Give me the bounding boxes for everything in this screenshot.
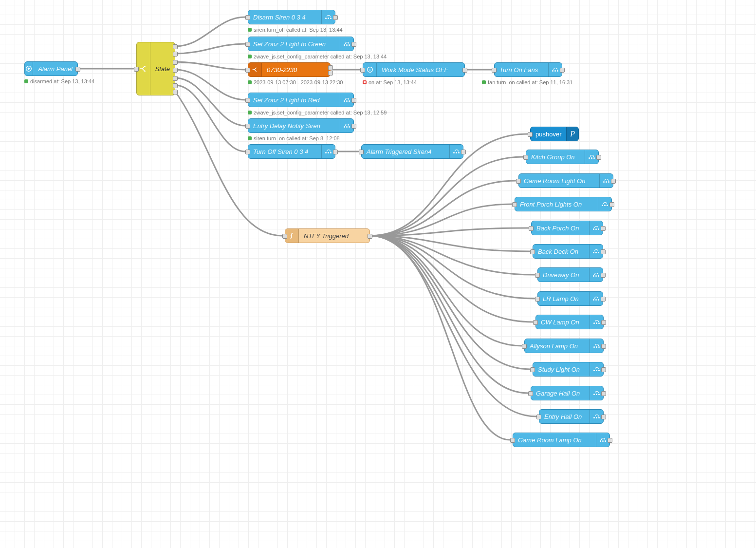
input-port[interactable]: [535, 297, 540, 302]
input-port[interactable]: [528, 391, 533, 396]
output-port[interactable]: [461, 150, 466, 154]
node-cw-lamp-on[interactable]: CW Lamp On: [535, 315, 604, 329]
node-turn-off-siren[interactable]: Turn Off Siren 0 3 4: [248, 144, 335, 159]
input-port[interactable]: [529, 226, 534, 231]
output-port[interactable]: [611, 179, 616, 184]
node-label: CW Lamp On: [536, 319, 590, 326]
node-study-light-on[interactable]: Study Light On: [533, 362, 604, 377]
input-port[interactable]: [533, 320, 538, 325]
node-label: Front Porch Lights On: [515, 201, 598, 208]
function-icon: [285, 229, 299, 243]
input-port[interactable]: [512, 202, 517, 207]
output-port[interactable]: [601, 320, 606, 325]
output-port[interactable]: [351, 98, 356, 103]
input-port[interactable]: [522, 344, 527, 349]
node-label: Allyson Lamp On: [525, 342, 590, 350]
node-kitch-group-on[interactable]: Kitch Group On: [526, 150, 599, 164]
input-port[interactable]: [245, 150, 250, 154]
output-port[interactable]: [75, 67, 80, 72]
node-garage-hall-on[interactable]: Garage Hall On: [531, 386, 604, 400]
output-port[interactable]: [173, 44, 178, 49]
input-port[interactable]: [245, 42, 250, 47]
node-disarm-siren[interactable]: Disarm Siren 0 3 4: [248, 10, 335, 24]
output-port[interactable]: [368, 234, 372, 239]
info-icon: [363, 63, 377, 76]
node-game-room-light-on[interactable]: Game Room Light On: [518, 173, 613, 188]
output-port[interactable]: [608, 438, 612, 443]
output-port[interactable]: [601, 344, 606, 349]
output-port[interactable]: [333, 15, 338, 20]
node-zooz-red[interactable]: Set Zooz 2 Light to Red: [248, 93, 354, 107]
node-pushover[interactable]: pushover P: [530, 127, 579, 141]
node-work-mode[interactable]: Work Mode Status OFF: [363, 62, 465, 77]
output-port[interactable]: [601, 391, 606, 396]
node-front-porch-lights-on[interactable]: Front Porch Lights On: [515, 197, 612, 211]
node-alarm-panel[interactable]: Alarm Panel: [24, 61, 78, 76]
output-port[interactable]: [333, 150, 338, 154]
node-label: Kitch Group On: [526, 153, 585, 161]
output-port[interactable]: [173, 76, 178, 81]
output-port[interactable]: [560, 68, 565, 73]
node-zooz-green[interactable]: Set Zooz 2 Light to Green: [248, 37, 354, 51]
input-port[interactable]: [523, 155, 528, 160]
output-port[interactable]: [328, 65, 333, 70]
status-dot-icon: [363, 80, 367, 84]
input-port[interactable]: [245, 15, 250, 20]
node-label: State: [150, 65, 175, 73]
node-label: Entry Delay Notify Siren: [248, 122, 340, 130]
output-port[interactable]: [601, 415, 606, 419]
output-port[interactable]: [173, 60, 178, 65]
node-entry-delay[interactable]: Entry Delay Notify Siren: [248, 118, 354, 133]
node-lr-lamp-on[interactable]: LR Lamp On: [537, 291, 603, 306]
node-entry-hall-on[interactable]: Entry Hall On: [539, 409, 604, 424]
input-port[interactable]: [245, 98, 250, 103]
output-port[interactable]: [173, 52, 178, 57]
node-label: Set Zooz 2 Light to Red: [248, 96, 340, 104]
node-ntfy-triggered[interactable]: NTFY Triggered: [285, 228, 370, 243]
output-port[interactable]: [173, 90, 178, 94]
output-port[interactable]: [596, 155, 601, 160]
status-time-range: 2023-09-13 07:30 - 2023-09-13 22:30: [248, 79, 343, 85]
input-port[interactable]: [536, 415, 541, 419]
input-port[interactable]: [492, 68, 497, 73]
input-port[interactable]: [528, 132, 533, 137]
output-port[interactable]: [173, 83, 178, 88]
output-port[interactable]: [351, 124, 356, 129]
input-port[interactable]: [245, 124, 250, 129]
output-port[interactable]: [601, 297, 606, 302]
node-back-porch-on[interactable]: Back Porch On: [531, 221, 603, 235]
node-allyson-lamp-on[interactable]: Allyson Lamp On: [524, 339, 604, 353]
output-port[interactable]: [609, 202, 614, 207]
node-label: Turn Off Siren 0 3 4: [248, 148, 321, 155]
node-label: pushover: [531, 131, 566, 138]
output-port[interactable]: [328, 71, 333, 76]
node-time-range[interactable]: 0730-2230: [248, 62, 331, 77]
input-port[interactable]: [535, 273, 540, 278]
output-port[interactable]: [601, 249, 606, 254]
input-port[interactable]: [516, 179, 521, 184]
status-zooz-red: zwave_js.set_config_parameter called at:…: [248, 110, 387, 115]
output-port[interactable]: [601, 367, 606, 372]
node-alarm-triggered-siren4[interactable]: Alarm Triggered Siren4: [361, 144, 463, 159]
input-port[interactable]: [282, 234, 287, 239]
output-port[interactable]: [351, 42, 356, 47]
input-port[interactable]: [360, 68, 365, 73]
output-port[interactable]: [601, 226, 606, 231]
node-driveway-on[interactable]: Driveway On: [537, 267, 603, 282]
input-port[interactable]: [510, 438, 515, 443]
output-port[interactable]: [601, 273, 606, 278]
input-port[interactable]: [359, 150, 364, 154]
input-port[interactable]: [134, 67, 139, 72]
output-port[interactable]: [173, 68, 178, 73]
node-state-switch[interactable]: State: [136, 42, 175, 95]
input-port[interactable]: [530, 367, 535, 372]
node-back-deck-on[interactable]: Back Deck On: [533, 244, 603, 259]
node-label: 0730-2230: [262, 66, 330, 74]
node-game-room-lamp-on[interactable]: Game Room Lamp On: [513, 433, 610, 447]
input-port[interactable]: [530, 249, 535, 254]
input-port[interactable]: [245, 68, 250, 73]
output-port[interactable]: [462, 68, 467, 73]
node-turn-on-fans[interactable]: Turn On Fans: [494, 62, 562, 77]
node-label: Entry Hall On: [539, 413, 590, 420]
node-label: NTFY Triggered: [299, 232, 369, 240]
